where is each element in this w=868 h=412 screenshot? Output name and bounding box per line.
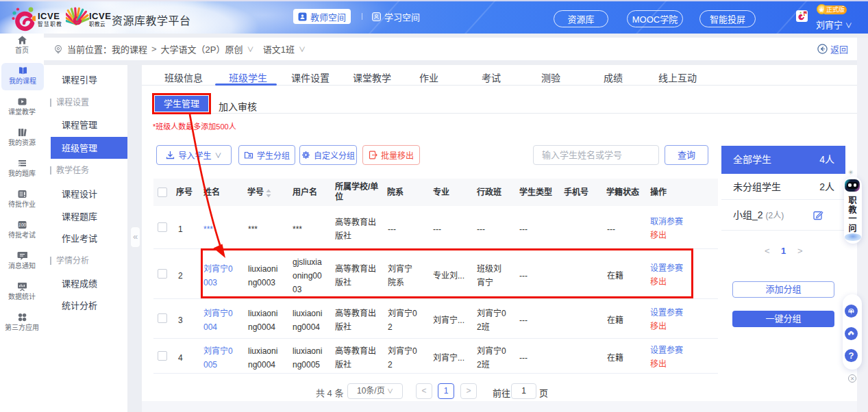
svg-text:100: 100 xyxy=(18,222,26,227)
